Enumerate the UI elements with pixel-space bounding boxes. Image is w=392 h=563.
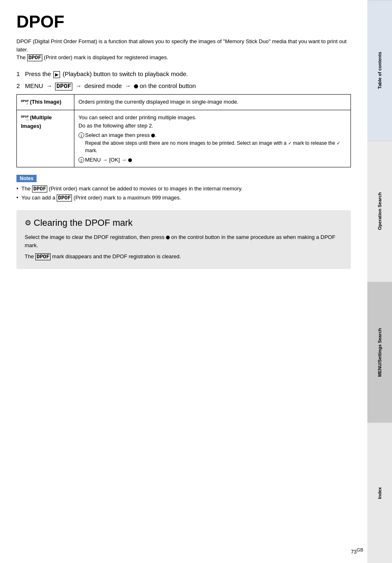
multiple-line-2: Do as the following after step 2. xyxy=(78,122,346,130)
table-row: DPOF✓ (This Image) Orders printing the c… xyxy=(17,95,351,110)
table-cell-left-1: DPOF✓ (This Image) xyxy=(17,95,74,110)
multiple-line-5: 2MENU → [OK] → xyxy=(78,156,346,164)
dpof-multiple-images-icon: DPOF☐ xyxy=(21,116,28,120)
table-cell-right-2: You can select and order printing multip… xyxy=(74,110,351,167)
bullet-1 xyxy=(151,134,155,137)
function-table: DPOF✓ (This Image) Orders printing the c… xyxy=(16,94,351,167)
page-suffix: GB xyxy=(357,547,363,552)
circle-num-1: 1 xyxy=(78,132,84,138)
step-1-number: 1 xyxy=(16,70,20,77)
sidebar-tab-operation-label: Operation Search xyxy=(377,192,382,230)
table-cell-left-2: DPOF☐ (Multiple Images) xyxy=(17,110,74,167)
dpof-this-image-icon: DPOF✓ xyxy=(21,100,28,105)
multiple-line-1: You can select and order printing multip… xyxy=(78,114,346,122)
bullet-2 xyxy=(128,158,132,162)
dpof-mark-note1: DPOF xyxy=(32,185,47,192)
notes-item-1: The DPOF (Print order) mark cannot be ad… xyxy=(16,185,351,194)
table-row: DPOF☐ (Multiple Images) You can select a… xyxy=(17,110,351,167)
clearing-title: ⚙ Clearing the DPOF mark xyxy=(25,218,343,228)
table-cell-right-1: Orders printing the currently displayed … xyxy=(74,95,351,110)
step-2-number: 2 xyxy=(16,82,20,89)
dpof-mark-step2: DPOF xyxy=(55,83,72,90)
notes-label: Notes xyxy=(16,175,37,182)
circle-num-2: 2 xyxy=(78,157,84,163)
playback-icon: ▶ xyxy=(53,71,60,78)
clearing-section: ⚙ Clearing the DPOF mark Select the imag… xyxy=(16,210,351,269)
intro-section: DPOF (Digital Print Order Format) is a f… xyxy=(16,37,351,62)
dpof-mark-intro: DPOF xyxy=(27,54,42,61)
multiple-line-4: Repeat the above steps until there are n… xyxy=(78,139,346,154)
page-num-value: 73 xyxy=(351,549,357,555)
notes-item-2: You can add a DPOF (Print order) mark to… xyxy=(16,194,351,203)
step-1: 1 Press the ▶ (Playback) button to switc… xyxy=(16,70,351,78)
this-image-label: (This Image) xyxy=(30,99,62,105)
sidebar: Table of contents Operation Search MENU/… xyxy=(367,0,392,563)
notes-list: The DPOF (Print order) mark cannot be ad… xyxy=(16,185,351,203)
step-2: 2 MENU → DPOF → desired mode → on the co… xyxy=(16,81,351,91)
control-button-bullet xyxy=(134,84,138,88)
clearing-title-text: Clearing the DPOF mark xyxy=(34,218,133,228)
sidebar-tab-toc-label: Table of contents xyxy=(377,52,382,89)
intro-line-2: The DPOF (Print order) mark is displayed… xyxy=(16,53,351,62)
sidebar-tab-toc[interactable]: Table of contents xyxy=(367,0,392,141)
sidebar-tab-menu-label: MENU/Settings Search xyxy=(377,328,382,377)
sidebar-tab-operation[interactable]: Operation Search xyxy=(367,141,392,281)
clearing-icon: ⚙ xyxy=(25,218,31,227)
clearing-para-2: The DPOF mark disappears and the DPOF re… xyxy=(25,253,343,262)
page-title: DPOF xyxy=(16,12,351,31)
clearing-text: Select the image to clear the DPOF regis… xyxy=(25,233,343,262)
multiple-line-3: 1Select an image then press . xyxy=(78,131,346,139)
dpof-mark-note2: DPOF xyxy=(57,195,72,202)
notes-box: Notes The DPOF (Print order) mark cannot… xyxy=(16,175,351,203)
sidebar-tab-menu[interactable]: MENU/Settings Search xyxy=(367,282,392,422)
intro-line-1: DPOF (Digital Print Order Format) is a f… xyxy=(16,37,351,53)
dpof-mark-clearing: DPOF xyxy=(35,253,51,260)
page-number: 73GB xyxy=(351,547,363,555)
bullet-clearing xyxy=(166,236,170,239)
sidebar-tab-index[interactable]: Index xyxy=(367,422,392,563)
sidebar-tab-index-label: Index xyxy=(377,487,382,499)
clearing-para-1: Select the image to clear the DPOF regis… xyxy=(25,233,343,250)
